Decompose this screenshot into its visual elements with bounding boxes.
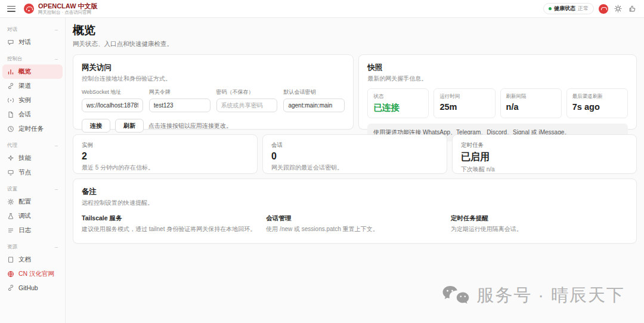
top-bar: OPENCLAW 中文版 网关控制台 · 点击访问官网 健康状态 正常 bbox=[0, 0, 644, 18]
thumbs-up-icon[interactable] bbox=[627, 4, 637, 14]
app-title: OPENCLAW 中文版 bbox=[38, 2, 98, 10]
sidebar-item-cron[interactable]: 定时任务 bbox=[0, 122, 65, 136]
note-tailscale: Tailscale 服务 建议使用服务模式，通过 tailnet 身份验证将网关… bbox=[82, 214, 259, 233]
sidebar-item-nodes[interactable]: 节点 bbox=[0, 165, 65, 180]
field-label: 网关令牌 bbox=[149, 88, 210, 96]
main-content: 概览 网关状态、入口点和快速健康检查。 网关访问 控制台连接地址和身份验证方式。… bbox=[66, 18, 644, 323]
note-session-management: 会话管理 使用 /new 或 sessions.patch 重置上下文。 bbox=[266, 214, 443, 233]
watermark-text: 服务号 · 晴辰天下 bbox=[476, 284, 625, 307]
monitor-icon bbox=[7, 169, 14, 176]
sidebar-item-sessions[interactable]: 会话 bbox=[0, 107, 65, 122]
card-title: 备注 bbox=[82, 187, 628, 197]
page-subtitle: 网关状态、入口点和快速健康检查。 bbox=[73, 40, 637, 48]
app-root: OPENCLAW 中文版 网关控制台 · 点击访问官网 健康状态 正常 bbox=[0, 0, 644, 323]
sidebar-item-debug[interactable]: 调试 bbox=[0, 209, 65, 223]
section-label: 对话 bbox=[7, 26, 17, 33]
watermark: 服务号 · 晴辰天下 bbox=[442, 284, 625, 307]
account-logo-icon[interactable] bbox=[599, 4, 608, 14]
sidebar-item-config[interactable]: 配置 bbox=[0, 195, 65, 209]
list-icon bbox=[7, 227, 14, 234]
link-icon bbox=[7, 82, 14, 90]
stat-label: 最后渠道刷新 bbox=[572, 93, 622, 100]
document-icon bbox=[7, 256, 14, 263]
sidebar-item-label: 实例 bbox=[18, 96, 31, 104]
stat-label: 运行时间 bbox=[439, 93, 489, 100]
collapse-icon: – bbox=[55, 27, 58, 33]
card-title: 网关访问 bbox=[82, 63, 345, 73]
sidebar: 对话 – 对话 控制台 – 概览 渠道 实例 bbox=[0, 18, 66, 323]
stat-value: 25m bbox=[439, 102, 489, 112]
sidebar-item-skills[interactable]: 技能 bbox=[0, 151, 65, 165]
menu-icon[interactable] bbox=[7, 6, 16, 12]
session-key-input[interactable] bbox=[283, 99, 345, 112]
gateway-access-card: 网关访问 控制台连接地址和身份验证方式。 WebSocket 地址 网关令牌 密… bbox=[73, 54, 354, 130]
sidebar-section-settings[interactable]: 设置 – bbox=[0, 183, 65, 195]
sidebar-item-label: 配置 bbox=[18, 198, 31, 206]
sidebar-item-logs[interactable]: 日志 bbox=[0, 223, 65, 238]
card-value: 已启用 bbox=[461, 151, 628, 164]
gear-icon bbox=[7, 198, 14, 205]
sidebar-item-docs[interactable]: 文档 bbox=[0, 253, 65, 267]
card-caption: 下次唤醒 n/a bbox=[461, 165, 628, 174]
globe-icon bbox=[7, 270, 14, 278]
connect-button[interactable]: 连接 bbox=[82, 119, 110, 133]
sidebar-item-overview[interactable]: 概览 bbox=[2, 64, 63, 79]
sidebar-item-label: 定时任务 bbox=[18, 125, 44, 133]
sidebar-section-resources[interactable]: 资源 – bbox=[0, 241, 65, 253]
sidebar-item-cn-site[interactable]: CN 汉化官网 bbox=[0, 267, 65, 281]
stat-value: 7s ago bbox=[572, 102, 622, 112]
websocket-url-input[interactable] bbox=[82, 99, 143, 112]
card-value: 2 bbox=[82, 151, 249, 162]
sidebar-item-label: 文档 bbox=[18, 256, 31, 264]
sidebar-item-label: GitHub bbox=[18, 284, 38, 291]
section-label: 代理 bbox=[7, 142, 17, 149]
sidebar-item-label: 会话 bbox=[18, 110, 31, 119]
refresh-button[interactable]: 刷新 bbox=[115, 119, 144, 133]
sidebar-item-instances[interactable]: 实例 bbox=[0, 93, 65, 107]
sidebar-item-channels[interactable]: 渠道 bbox=[0, 79, 65, 93]
gateway-token-input[interactable] bbox=[149, 99, 210, 112]
clock-icon bbox=[7, 125, 14, 133]
card-value: 0 bbox=[271, 151, 438, 162]
notes-card: 备注 远程控制设置的快速提醒。 Tailscale 服务 建议使用服务模式，通过… bbox=[73, 179, 637, 244]
flask-icon bbox=[7, 213, 14, 220]
brand-block[interactable]: OPENCLAW 中文版 网关控制台 · 点击访问官网 bbox=[38, 2, 98, 15]
health-label: 健康状态 bbox=[554, 5, 575, 13]
card-label: 会话 bbox=[271, 141, 438, 149]
stat-refresh-interval: 刷新间隔 n/a bbox=[500, 88, 562, 118]
openclaw-logo-icon bbox=[24, 4, 34, 14]
section-label: 设置 bbox=[7, 186, 17, 193]
card-subtitle: 远程控制设置的快速提醒。 bbox=[82, 199, 628, 207]
card-title: 快照 bbox=[367, 63, 628, 73]
health-status-pill[interactable]: 健康状态 正常 bbox=[543, 3, 594, 14]
card-label: 定时任务 bbox=[461, 141, 628, 149]
note-title: 定时任务提醒 bbox=[451, 214, 628, 223]
sidebar-item-label: 日志 bbox=[18, 226, 31, 235]
note-caption: 为定期运行使用隔离会话。 bbox=[451, 225, 628, 233]
chat-icon bbox=[7, 39, 14, 46]
stat-last-channel-refresh: 最后渠道刷新 7s ago bbox=[566, 88, 628, 118]
note-title: Tailscale 服务 bbox=[82, 214, 259, 223]
health-dot-icon bbox=[549, 7, 552, 10]
collapse-icon: – bbox=[55, 244, 58, 250]
sparkle-icon bbox=[7, 155, 14, 162]
snapshot-card: 快照 最新的网关握手信息。 状态 已连接 运行时间 25m 刷新间隔 n/a bbox=[358, 54, 637, 130]
stat-label: 刷新间隔 bbox=[506, 93, 556, 100]
sidebar-item-label: 节点 bbox=[18, 168, 31, 177]
field-label: 默认会话密钥 bbox=[283, 88, 345, 96]
card-subtitle: 最新的网关握手信息。 bbox=[367, 75, 628, 83]
health-value: 正常 bbox=[578, 5, 589, 13]
sidebar-section-console[interactable]: 控制台 – bbox=[0, 53, 65, 64]
stat-uptime: 运行时间 25m bbox=[434, 88, 495, 118]
theme-sun-icon[interactable] bbox=[613, 4, 623, 14]
sidebar-item-label: 对话 bbox=[18, 38, 31, 47]
sidebar-section-chat[interactable]: 对话 – bbox=[0, 24, 65, 35]
sidebar-item-chat[interactable]: 对话 bbox=[0, 35, 65, 50]
sidebar-section-agent[interactable]: 代理 – bbox=[0, 140, 65, 151]
password-input[interactable] bbox=[216, 99, 278, 112]
sidebar-item-github[interactable]: GitHub bbox=[0, 281, 65, 294]
collapse-icon: – bbox=[55, 56, 58, 62]
cron-card: 定时任务 已启用 下次唤醒 n/a bbox=[452, 134, 637, 174]
sidebar-item-label: 渠道 bbox=[18, 82, 31, 90]
page-title: 概览 bbox=[73, 23, 637, 38]
